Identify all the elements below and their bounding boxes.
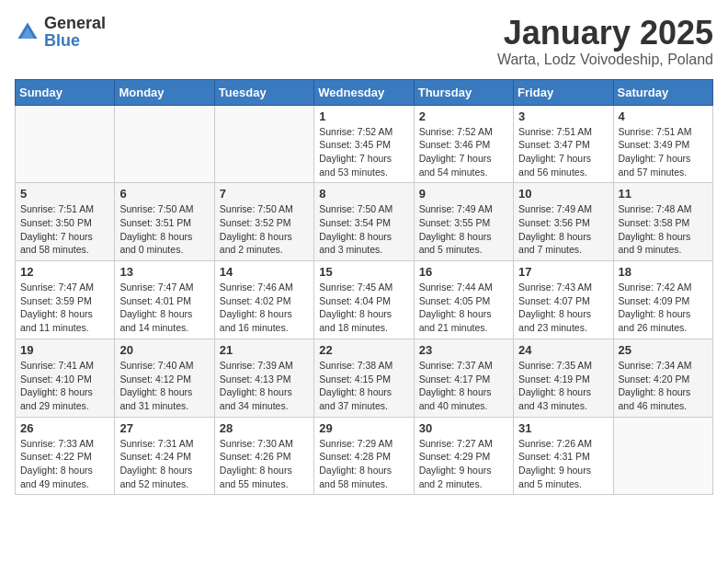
calendar-cell: 16Sunrise: 7:44 AM Sunset: 4:05 PM Dayli… [414, 261, 513, 339]
calendar-week-row: 19Sunrise: 7:41 AM Sunset: 4:10 PM Dayli… [16, 339, 713, 417]
day-number: 13 [119, 265, 209, 279]
day-number: 31 [518, 421, 608, 435]
calendar-body: 1Sunrise: 7:52 AM Sunset: 3:45 PM Daylig… [16, 105, 713, 495]
day-number: 18 [619, 265, 708, 279]
main-title: January 2025 [497, 15, 713, 52]
day-info: Sunrise: 7:41 AM Sunset: 4:10 PM Dayligh… [20, 359, 109, 413]
calendar-day-header: Sunday [16, 79, 115, 105]
day-info: Sunrise: 7:43 AM Sunset: 4:07 PM Dayligh… [518, 281, 608, 335]
calendar-cell [613, 417, 712, 495]
calendar-table: SundayMondayTuesdayWednesdayThursdayFrid… [15, 79, 713, 496]
calendar-week-row: 26Sunrise: 7:33 AM Sunset: 4:22 PM Dayli… [16, 417, 713, 495]
day-number: 10 [518, 187, 608, 201]
calendar-cell [214, 105, 313, 183]
calendar-cell: 11Sunrise: 7:48 AM Sunset: 3:58 PM Dayli… [613, 183, 712, 261]
calendar-cell: 28Sunrise: 7:30 AM Sunset: 4:26 PM Dayli… [214, 417, 313, 495]
subtitle: Warta, Lodz Voivodeship, Poland [497, 52, 713, 68]
day-info: Sunrise: 7:51 AM Sunset: 3:50 PM Dayligh… [20, 202, 109, 257]
calendar-cell: 29Sunrise: 7:29 AM Sunset: 4:28 PM Dayli… [314, 417, 414, 495]
calendar-cell: 15Sunrise: 7:45 AM Sunset: 4:04 PM Dayli… [314, 261, 414, 339]
logo-icon [15, 19, 40, 45]
day-number: 8 [319, 187, 408, 201]
calendar-cell: 4Sunrise: 7:51 AM Sunset: 3:49 PM Daylig… [613, 105, 712, 183]
calendar-cell [16, 105, 115, 183]
day-number: 6 [119, 187, 209, 201]
day-number: 11 [619, 187, 708, 201]
day-number: 5 [20, 187, 109, 201]
calendar-cell: 17Sunrise: 7:43 AM Sunset: 4:07 PM Dayli… [514, 261, 613, 339]
calendar-week-row: 12Sunrise: 7:47 AM Sunset: 3:59 PM Dayli… [16, 261, 713, 339]
day-number: 14 [220, 265, 309, 279]
day-number: 19 [20, 343, 109, 357]
day-info: Sunrise: 7:50 AM Sunset: 3:52 PM Dayligh… [220, 202, 309, 257]
calendar-cell: 30Sunrise: 7:27 AM Sunset: 4:29 PM Dayli… [414, 417, 513, 495]
day-info: Sunrise: 7:46 AM Sunset: 4:02 PM Dayligh… [220, 281, 309, 335]
day-number: 27 [119, 421, 209, 435]
day-number: 22 [319, 343, 408, 357]
day-number: 1 [319, 109, 408, 123]
logo-general: General [44, 14, 106, 32]
calendar-cell: 10Sunrise: 7:49 AM Sunset: 3:56 PM Dayli… [514, 183, 613, 261]
day-number: 17 [518, 265, 608, 279]
day-info: Sunrise: 7:27 AM Sunset: 4:29 PM Dayligh… [419, 437, 508, 491]
day-info: Sunrise: 7:52 AM Sunset: 3:46 PM Dayligh… [419, 125, 508, 179]
day-number: 28 [220, 421, 309, 435]
calendar-cell: 27Sunrise: 7:31 AM Sunset: 4:24 PM Dayli… [115, 417, 214, 495]
day-info: Sunrise: 7:49 AM Sunset: 3:55 PM Dayligh… [419, 202, 508, 257]
day-number: 4 [619, 109, 708, 123]
day-info: Sunrise: 7:45 AM Sunset: 4:04 PM Dayligh… [319, 281, 408, 335]
day-number: 21 [220, 343, 309, 357]
calendar-cell: 20Sunrise: 7:40 AM Sunset: 4:12 PM Dayli… [115, 339, 214, 417]
logo: General Blue [15, 15, 106, 50]
calendar-day-header: Monday [115, 79, 214, 105]
day-info: Sunrise: 7:47 AM Sunset: 3:59 PM Dayligh… [20, 281, 109, 335]
calendar-cell: 13Sunrise: 7:47 AM Sunset: 4:01 PM Dayli… [115, 261, 214, 339]
calendar-cell: 22Sunrise: 7:38 AM Sunset: 4:15 PM Dayli… [314, 339, 414, 417]
calendar-cell: 12Sunrise: 7:47 AM Sunset: 3:59 PM Dayli… [16, 261, 115, 339]
calendar-cell: 5Sunrise: 7:51 AM Sunset: 3:50 PM Daylig… [16, 183, 115, 261]
day-info: Sunrise: 7:29 AM Sunset: 4:28 PM Dayligh… [319, 437, 408, 491]
day-info: Sunrise: 7:35 AM Sunset: 4:19 PM Dayligh… [518, 359, 608, 413]
day-info: Sunrise: 7:40 AM Sunset: 4:12 PM Dayligh… [119, 359, 209, 413]
calendar-cell: 3Sunrise: 7:51 AM Sunset: 3:47 PM Daylig… [514, 105, 613, 183]
calendar-cell: 26Sunrise: 7:33 AM Sunset: 4:22 PM Dayli… [16, 417, 115, 495]
title-area: January 2025 Warta, Lodz Voivodeship, Po… [497, 15, 713, 68]
calendar-cell: 31Sunrise: 7:26 AM Sunset: 4:31 PM Dayli… [514, 417, 613, 495]
calendar-cell: 14Sunrise: 7:46 AM Sunset: 4:02 PM Dayli… [214, 261, 313, 339]
day-number: 15 [319, 265, 408, 279]
day-number: 24 [518, 343, 608, 357]
day-info: Sunrise: 7:52 AM Sunset: 3:45 PM Dayligh… [319, 125, 408, 179]
day-info: Sunrise: 7:38 AM Sunset: 4:15 PM Dayligh… [319, 359, 408, 413]
calendar-cell: 25Sunrise: 7:34 AM Sunset: 4:20 PM Dayli… [613, 339, 712, 417]
calendar-day-header: Wednesday [314, 79, 414, 105]
calendar-day-header: Thursday [414, 79, 513, 105]
day-info: Sunrise: 7:50 AM Sunset: 3:51 PM Dayligh… [119, 202, 209, 257]
day-info: Sunrise: 7:48 AM Sunset: 3:58 PM Dayligh… [619, 202, 708, 257]
calendar-cell: 18Sunrise: 7:42 AM Sunset: 4:09 PM Dayli… [613, 261, 712, 339]
calendar-cell: 23Sunrise: 7:37 AM Sunset: 4:17 PM Dayli… [414, 339, 513, 417]
day-info: Sunrise: 7:51 AM Sunset: 3:47 PM Dayligh… [518, 125, 608, 179]
calendar-cell: 8Sunrise: 7:50 AM Sunset: 3:54 PM Daylig… [314, 183, 414, 261]
day-number: 12 [20, 265, 109, 279]
day-info: Sunrise: 7:39 AM Sunset: 4:13 PM Dayligh… [220, 359, 309, 413]
calendar-cell: 24Sunrise: 7:35 AM Sunset: 4:19 PM Dayli… [514, 339, 613, 417]
calendar-week-row: 1Sunrise: 7:52 AM Sunset: 3:45 PM Daylig… [16, 105, 713, 183]
day-info: Sunrise: 7:42 AM Sunset: 4:09 PM Dayligh… [619, 281, 708, 335]
day-info: Sunrise: 7:31 AM Sunset: 4:24 PM Dayligh… [119, 437, 209, 491]
calendar-cell: 19Sunrise: 7:41 AM Sunset: 4:10 PM Dayli… [16, 339, 115, 417]
day-number: 23 [419, 343, 508, 357]
calendar-cell: 21Sunrise: 7:39 AM Sunset: 4:13 PM Dayli… [214, 339, 313, 417]
day-number: 2 [419, 109, 508, 123]
day-info: Sunrise: 7:33 AM Sunset: 4:22 PM Dayligh… [20, 437, 109, 491]
calendar-day-header: Tuesday [214, 79, 313, 105]
logo-blue: Blue [44, 31, 80, 50]
calendar-week-row: 5Sunrise: 7:51 AM Sunset: 3:50 PM Daylig… [16, 183, 713, 261]
day-number: 16 [419, 265, 508, 279]
day-info: Sunrise: 7:49 AM Sunset: 3:56 PM Dayligh… [518, 202, 608, 257]
day-number: 29 [319, 421, 408, 435]
day-info: Sunrise: 7:30 AM Sunset: 4:26 PM Dayligh… [220, 437, 309, 491]
calendar-cell: 6Sunrise: 7:50 AM Sunset: 3:51 PM Daylig… [115, 183, 214, 261]
calendar-cell: 7Sunrise: 7:50 AM Sunset: 3:52 PM Daylig… [214, 183, 313, 261]
day-number: 26 [20, 421, 109, 435]
day-info: Sunrise: 7:51 AM Sunset: 3:49 PM Dayligh… [619, 125, 708, 179]
